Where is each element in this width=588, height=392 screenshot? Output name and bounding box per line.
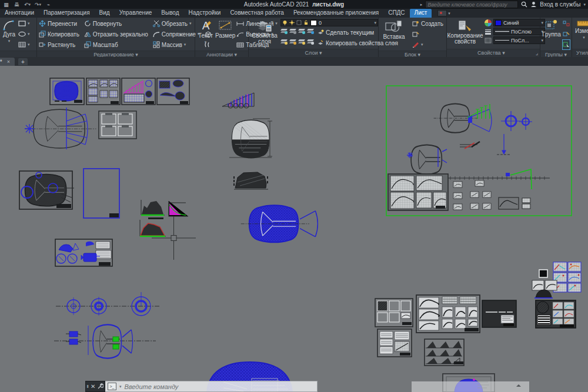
framed-satellite-drawing[interactable] (19, 171, 74, 209)
chart-board (388, 174, 448, 210)
tab-output[interactable]: Вывод (156, 9, 183, 18)
customize-wrench-icon[interactable] (97, 383, 103, 390)
command-drag-handle[interactable]: ‖ (87, 384, 89, 389)
command-prompt-icon[interactable]: >_ (108, 383, 116, 390)
app-menu-icon[interactable]: ▦ (2, 1, 10, 8)
fan-wedge-drawing[interactable] (222, 93, 254, 108)
thumbnail-sheet-equipment[interactable] (157, 78, 189, 105)
sheet-triangle-charts[interactable] (425, 339, 464, 366)
thumbnail-sheet-magenta-chart[interactable] (122, 78, 155, 105)
search-input[interactable] (425, 1, 518, 8)
green-fitting-satellite-drawing[interactable] (54, 324, 156, 358)
copy-button[interactable]: Копировать (39, 29, 79, 39)
move-button[interactable]: Перенести (39, 19, 79, 28)
selected-layout-region[interactable] (386, 86, 572, 216)
ellipse-tool-button[interactable]: ▾ (18, 29, 30, 39)
tab-layout[interactable]: Лист (410, 9, 432, 18)
tab-annotations[interactable]: Аннотации (0, 9, 39, 18)
tab-collaborate[interactable]: Совместная работа (225, 9, 289, 18)
mirror-button[interactable]: Отразить зеркально (84, 29, 148, 39)
hatch-tool-button[interactable]: ▾ (18, 40, 30, 49)
sheet-dark-text[interactable] (482, 300, 516, 327)
panel-layout-sheet[interactable] (99, 111, 136, 139)
thumbnail-sheet-graphs[interactable] (86, 78, 120, 105)
redo-icon[interactable]: ↷▾ (34, 1, 42, 8)
crosshair-cursor (152, 216, 196, 260)
tab-addins[interactable]: Надстройки (184, 9, 226, 18)
scale-button[interactable]: Масштаб (84, 40, 148, 49)
block-attributes-button[interactable]: ▾ (412, 40, 443, 49)
trim-button[interactable]: Обрезать▾ (153, 19, 200, 28)
object-color-select[interactable]: Синий▾ (493, 19, 545, 26)
rectangle-tool-button[interactable]: ▾ (18, 19, 30, 28)
command-dropdown-icon[interactable]: ▾ (119, 384, 122, 389)
ribbon-extra-button[interactable]: ▾ (437, 9, 450, 18)
panel-layers-label[interactable]: Слои ▾ (249, 49, 378, 57)
command-close-icon[interactable]: ✕ (91, 383, 95, 390)
dark-mound-drawing[interactable] (234, 172, 268, 189)
tab-spds[interactable]: СПДС (383, 9, 409, 18)
command-prompt-text[interactable]: Введите команду (125, 383, 179, 390)
panel-properties-label[interactable]: Свойства ▾ ⌟ (447, 49, 540, 57)
centerline-circles-drawing[interactable] (56, 292, 160, 316)
insert-button[interactable]: Вставка▾ (380, 19, 407, 47)
blue-sheet-border[interactable] (83, 169, 119, 218)
search-icon[interactable] (521, 1, 527, 8)
sheet-lined-boxes[interactable] (377, 329, 412, 357)
array-button[interactable]: Массив▾ (153, 40, 200, 49)
thumbnail-sheet-satellite[interactable] (50, 78, 84, 105)
equipment-sheet-drawing[interactable] (55, 239, 112, 266)
sheet-many-charts[interactable] (416, 295, 480, 333)
edit-attributes-button[interactable] (412, 29, 443, 39)
make-current-button[interactable]: Сделать текущим (318, 28, 374, 37)
linetype-select[interactable]: ПоСл...▾ (493, 36, 545, 44)
panel-properties: Копирование свойств Синий▾ (447, 18, 540, 57)
undo-icon[interactable]: ↶▾ (24, 1, 31, 8)
layer-tools-row1[interactable] (280, 28, 315, 37)
stretch-button[interactable]: Растянуть (39, 40, 79, 49)
tab-view[interactable]: Вид (95, 9, 115, 18)
satellite-outline-drawing[interactable] (25, 108, 96, 149)
group-button[interactable]: Группа (542, 19, 561, 38)
dark-sheet-cluster[interactable] (536, 300, 576, 328)
tab-featured-apps[interactable]: Рекомендованные приложения (289, 9, 383, 18)
arc-button[interactable]: Дуга▾ (2, 19, 16, 45)
mini-area-charts[interactable] (140, 200, 188, 236)
ruler-icon (577, 19, 588, 28)
group-selection-toggle[interactable] (563, 40, 570, 49)
layer-properties-button[interactable]: Свойства слоя (250, 19, 279, 45)
command-bar[interactable]: ‖ ✕ >_ ▾ Введите команду (85, 381, 318, 392)
lineweight-select[interactable]: ПоСлою▾ (493, 28, 545, 35)
sign-in-dropdown-icon[interactable]: ▾ (583, 2, 586, 7)
user-icon[interactable] (530, 1, 537, 8)
sectioned-satellite-drawing[interactable] (223, 118, 286, 161)
dimension-button[interactable]: Размер (216, 19, 235, 39)
text-button[interactable]: A Текст▾ (197, 19, 214, 46)
svg-text:A: A (202, 19, 209, 32)
layer-tools-row2[interactable] (280, 38, 315, 48)
linetype-icon (485, 38, 492, 43)
panel-utilities-label[interactable]: Утил (572, 49, 588, 57)
sheet-six-boxes[interactable] (375, 299, 413, 327)
plot-icon[interactable]: 🖶 (13, 1, 21, 8)
new-tab-button[interactable]: + (18, 58, 28, 65)
workspace-icon[interactable]: ⌁ (45, 1, 52, 8)
layer-select[interactable]: 0 ▾ (280, 19, 378, 26)
ungroup-button[interactable] (563, 19, 570, 28)
match-properties-button[interactable]: Копирование свойств (449, 19, 482, 45)
group-edit-button[interactable] (563, 29, 570, 39)
rotate-button[interactable]: Повернуть (84, 19, 148, 28)
fillet-button[interactable]: Сопряжение▾ (153, 29, 200, 39)
sign-in-button[interactable]: Вход в службы (540, 1, 580, 8)
panel-annotation: A Текст▾ Размер Линейный▾ Выноска▾ (195, 18, 249, 57)
tab-manage[interactable]: Управление (115, 9, 157, 18)
search-collapse-icon[interactable]: ▸ (420, 2, 423, 7)
file-tab-listy[interactable]: ты* × (0, 58, 15, 66)
drawing-canvas[interactable] (0, 66, 588, 392)
close-tab-icon[interactable]: × (7, 59, 10, 65)
create-block-button[interactable]: Создать (412, 19, 443, 28)
blue-satellite-drawing[interactable] (241, 205, 318, 242)
blue-grid-chart-cluster[interactable] (553, 262, 581, 292)
measure-button[interactable]: Измер▾ (574, 19, 588, 41)
tab-parametric[interactable]: Параметризация (39, 9, 95, 18)
